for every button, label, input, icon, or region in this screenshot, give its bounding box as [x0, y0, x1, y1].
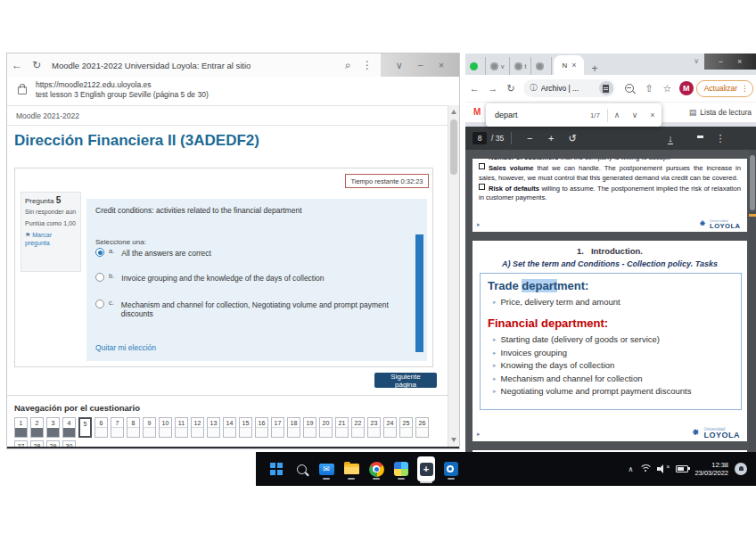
- quiz-nav-button-11[interactable]: 11: [175, 417, 188, 438]
- tab-4[interactable]: [531, 57, 552, 75]
- chevron-down-icon[interactable]: ∨: [396, 60, 403, 71]
- quiz-nav-button-7[interactable]: 7: [111, 417, 124, 438]
- quiz-nav-button-22[interactable]: 22: [351, 417, 365, 438]
- taskbar-search-button[interactable]: [292, 457, 310, 481]
- search-icon[interactable]: ⌕: [338, 59, 357, 71]
- wifi-icon[interactable]: [639, 464, 651, 473]
- pdf-file-icon[interactable]: [599, 81, 613, 95]
- profile-avatar[interactable]: M: [679, 81, 694, 95]
- back-icon[interactable]: ←: [7, 59, 27, 71]
- rotate-icon[interactable]: ↺: [562, 133, 583, 144]
- info-icon[interactable]: ⓘ: [530, 83, 538, 94]
- quiz-nav-button-19[interactable]: 19: [303, 417, 316, 438]
- quiz-nav-button-9[interactable]: 9: [143, 417, 156, 438]
- taskbar-mail-button[interactable]: ✉: [317, 457, 335, 481]
- answer-option-b[interactable]: b.Invoice grouping and the knowledge of …: [95, 272, 406, 283]
- answer-option-c[interactable]: c.Mechanism and channel for collection, …: [95, 299, 406, 318]
- gmail-icon[interactable]: M: [473, 107, 481, 117]
- active-tab[interactable]: N×: [554, 55, 584, 75]
- menu-kebab-icon[interactable]: ⋮: [357, 59, 377, 71]
- tab-1[interactable]: [465, 57, 486, 75]
- download-icon[interactable]: ↓: [660, 133, 681, 144]
- taskbar-clock[interactable]: 12:38 23/03/2022: [694, 461, 728, 477]
- quiz-nav-button-10[interactable]: 10: [159, 417, 172, 438]
- close-button[interactable]: ×: [737, 57, 742, 66]
- quiz-nav-button-5[interactable]: 5: [78, 417, 92, 438]
- tray-chevron-icon[interactable]: ∧: [629, 465, 634, 473]
- flag-question-link[interactable]: ⚑ Marcar pregunta: [25, 231, 77, 247]
- bookmark-star-icon[interactable]: ☆: [658, 83, 676, 94]
- find-next-icon[interactable]: ∨: [626, 111, 644, 119]
- quiz-nav-button-27[interactable]: 27: [14, 440, 28, 448]
- quiz-nav-button-23[interactable]: 23: [367, 417, 381, 438]
- quiz-nav-button-30[interactable]: 30: [62, 440, 76, 448]
- pdf-scrollbar[interactable]: [749, 150, 756, 452]
- taskbar-photos-button[interactable]: [392, 457, 410, 481]
- page-number-input[interactable]: 8: [472, 132, 487, 144]
- tab-close-icon[interactable]: ×: [571, 61, 576, 70]
- quiz-nav-button-3[interactable]: 3: [46, 417, 60, 438]
- taskbar-explorer-button[interactable]: [342, 457, 360, 481]
- address-bar[interactable]: ⓘ Archivo | ...: [523, 79, 614, 97]
- quiz-nav-button-20[interactable]: 20: [319, 417, 333, 438]
- zoom-icon[interactable]: [625, 84, 634, 93]
- reload-icon[interactable]: ↻: [502, 83, 520, 94]
- radio-button[interactable]: [95, 273, 104, 282]
- quiz-nav-button-13[interactable]: 13: [207, 417, 220, 438]
- find-close-icon[interactable]: ×: [644, 111, 662, 119]
- tab-search-chevron-icon[interactable]: ∨: [694, 57, 699, 65]
- tab-2[interactable]: v: [486, 57, 510, 75]
- window-scrollbar[interactable]: [448, 105, 459, 447]
- back-icon[interactable]: ←: [465, 83, 483, 94]
- quiz-nav-button-28[interactable]: 28: [30, 440, 44, 448]
- new-tab-button[interactable]: +: [591, 62, 597, 75]
- quiz-nav-button-16[interactable]: 16: [255, 417, 268, 438]
- quiz-nav-button-12[interactable]: 12: [191, 417, 204, 438]
- breadcrumb[interactable]: Moodle 2021-2022: [16, 111, 79, 120]
- radio-button[interactable]: [95, 300, 104, 308]
- quiz-nav-button-14[interactable]: 14: [223, 417, 236, 438]
- quiz-nav-button-21[interactable]: 21: [335, 417, 349, 438]
- zoom-in-icon[interactable]: +: [540, 133, 562, 144]
- update-button[interactable]: Actualizar⋮: [696, 80, 753, 97]
- quiz-nav-button-15[interactable]: 15: [239, 417, 252, 438]
- volume-muted-icon[interactable]: ×: [657, 464, 670, 473]
- taskbar-chrome-button[interactable]: [367, 457, 385, 481]
- reading-list-button[interactable]: ▤Lista de lectura: [689, 108, 752, 117]
- reload-icon[interactable]: ↻: [27, 59, 46, 71]
- start-button[interactable]: [267, 457, 285, 481]
- taskbar-active-app-button[interactable]: +: [417, 456, 435, 481]
- scrollbar-thumb[interactable]: [450, 119, 457, 175]
- minimize-button[interactable]: −: [418, 60, 423, 70]
- scroll-up-icon[interactable]: [451, 110, 456, 114]
- quiz-nav-button-8[interactable]: 8: [127, 417, 140, 438]
- radio-button[interactable]: [95, 248, 104, 257]
- scroll-down-icon[interactable]: [451, 438, 456, 442]
- find-previous-icon[interactable]: ∧: [608, 111, 626, 119]
- quiz-nav-button-6[interactable]: 6: [94, 417, 108, 438]
- notification-bell-icon[interactable]: [735, 463, 747, 475]
- question-scrollbar[interactable]: [415, 234, 423, 352]
- quiz-nav-button-2[interactable]: 2: [30, 417, 44, 438]
- battery-icon[interactable]: [676, 465, 688, 472]
- clear-choice-link[interactable]: Quitar mi elección: [95, 343, 156, 352]
- pdf-menu-kebab-icon[interactable]: ⋮: [710, 133, 731, 144]
- taskbar-outlook-button[interactable]: [442, 457, 460, 481]
- quiz-nav-button-17[interactable]: 17: [271, 417, 284, 438]
- quiz-nav-button-25[interactable]: 25: [399, 417, 413, 438]
- next-page-button[interactable]: Siguiente página: [374, 373, 437, 388]
- answer-option-a[interactable]: a.All the answers are correct: [95, 247, 406, 258]
- minimize-button[interactable]: −: [719, 57, 723, 66]
- quiz-nav-button-29[interactable]: 29: [46, 440, 60, 448]
- zoom-out-icon[interactable]: −: [519, 133, 540, 144]
- quiz-nav-button-24[interactable]: 24: [383, 417, 397, 438]
- find-query-input[interactable]: depart: [495, 111, 590, 119]
- quiz-nav-button-18[interactable]: 18: [287, 417, 300, 438]
- quiz-nav-button-1[interactable]: 1: [14, 417, 28, 438]
- close-button[interactable]: ×: [439, 60, 444, 70]
- share-icon[interactable]: ⇧: [640, 83, 658, 94]
- quiz-nav-button-26[interactable]: 26: [415, 417, 429, 438]
- scrollbar-thumb[interactable]: [750, 155, 755, 210]
- forward-icon[interactable]: →: [483, 83, 501, 94]
- quiz-nav-button-4[interactable]: 4: [62, 417, 76, 438]
